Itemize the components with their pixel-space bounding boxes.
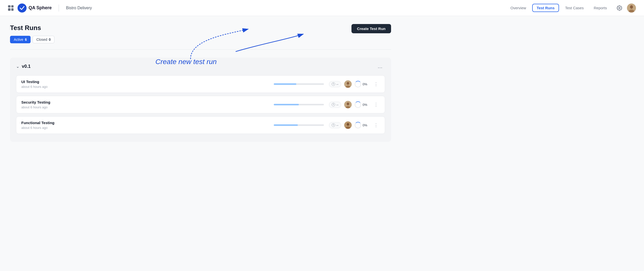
active-tab[interactable]: Active 6: [10, 36, 31, 43]
content-separator: [10, 49, 391, 50]
test-run-card: UI Testing about 6 hours ago --: [16, 75, 385, 93]
section-more-button[interactable]: …: [376, 63, 385, 70]
test-run-name: UI Testing: [21, 80, 269, 84]
progress-bar-track: [274, 83, 324, 85]
progress-bar-fill: [274, 124, 298, 126]
svg-point-15: [347, 123, 349, 126]
filter-tabs: Active 6 Closed 0: [10, 36, 54, 43]
settings-icon[interactable]: [615, 4, 624, 13]
section-title-row: ⌄ v0.1: [16, 64, 31, 69]
grid-menu-icon[interactable]: [8, 5, 14, 11]
test-run-info: UI Testing about 6 hours ago: [21, 80, 269, 89]
test-run-info: Security Testing about 6 hours ago: [21, 100, 269, 109]
completion-pct: 0%: [362, 103, 367, 107]
run-meta: -- 0%: [329, 80, 367, 88]
run-user-avatar: [344, 80, 352, 88]
closed-tab-label: Closed: [36, 38, 47, 42]
page-header-left: Test Runs Active 6 Closed 0: [10, 24, 54, 43]
completion-pct: 0%: [362, 123, 367, 127]
circle-icon: [355, 122, 361, 128]
time-badge: --: [329, 102, 341, 108]
logo[interactable]: QA Sphere: [18, 4, 52, 13]
progress-bar-fill: [274, 104, 299, 105]
section-header: ⌄ v0.1 …: [16, 63, 385, 70]
active-tab-count: 6: [25, 38, 27, 42]
run-meta: -- 0%: [329, 121, 367, 129]
card-more-button[interactable]: ⋮: [372, 101, 380, 108]
test-run-name: Security Testing: [21, 100, 269, 104]
progress-bar-track: [274, 124, 324, 126]
completion-circle: 0%: [355, 81, 367, 87]
time-badge: --: [329, 122, 341, 128]
header-nav: Overview Test Runs Test Cases Reports: [506, 4, 636, 13]
progress-bar-container: [274, 83, 324, 85]
svg-point-0: [18, 4, 27, 13]
clock-icon: [332, 103, 335, 106]
duration-value: --: [336, 103, 339, 107]
test-run-time: about 6 hours ago: [21, 126, 269, 130]
progress-bar-container: [274, 124, 324, 126]
closed-tab[interactable]: Closed 0: [33, 36, 54, 43]
clock-icon: [332, 123, 335, 127]
completion-circle: 0%: [355, 122, 367, 128]
main-content: Test Runs Active 6 Closed 0: [0, 16, 401, 150]
test-run-name: Functional Testing: [21, 121, 269, 125]
page-header: Test Runs Active 6 Closed 0: [10, 24, 391, 43]
run-user-avatar: [344, 101, 352, 108]
nav-test-runs[interactable]: Test Runs: [532, 4, 559, 12]
test-run-card: Security Testing about 6 hours ago --: [16, 96, 385, 113]
run-meta: -- 0%: [329, 101, 367, 108]
run-user-avatar: [344, 121, 352, 129]
logo-icon: [18, 4, 27, 13]
svg-point-1: [619, 7, 620, 9]
card-more-button[interactable]: ⋮: [372, 121, 380, 129]
app-header: QA Sphere Bistro Delivery Overview Test …: [0, 0, 644, 16]
test-run-card: Functional Testing about 6 hours ago --: [16, 116, 385, 134]
closed-tab-count: 0: [49, 38, 51, 42]
app-name: QA Sphere: [29, 5, 52, 11]
test-run-time: about 6 hours ago: [21, 85, 269, 89]
test-run-info: Functional Testing about 6 hours ago: [21, 121, 269, 130]
version-label: v0.1: [22, 64, 31, 69]
card-more-button[interactable]: ⋮: [372, 80, 380, 88]
user-avatar[interactable]: [627, 4, 636, 13]
page-title: Test Runs: [10, 24, 54, 32]
header-divider: [59, 5, 59, 12]
test-run-time: about 6 hours ago: [21, 105, 269, 109]
svg-point-3: [630, 5, 633, 9]
circle-icon: [355, 101, 361, 108]
completion-pct: 0%: [362, 82, 367, 86]
version-section: ⌄ v0.1 … UI Testing about 6 hours ago --: [10, 58, 391, 142]
collapse-icon[interactable]: ⌄: [16, 64, 19, 69]
progress-bar-fill: [274, 83, 296, 85]
nav-reports[interactable]: Reports: [590, 4, 611, 12]
svg-point-9: [347, 82, 349, 85]
duration-value: --: [336, 82, 339, 86]
header-left: QA Sphere Bistro Delivery: [8, 4, 92, 13]
active-tab-label: Active: [14, 38, 23, 42]
svg-point-12: [347, 103, 349, 105]
nav-overview[interactable]: Overview: [506, 4, 530, 12]
circle-icon: [355, 81, 361, 87]
progress-bar-track: [274, 104, 324, 105]
create-test-run-button[interactable]: Create Test Run: [351, 24, 391, 33]
nav-test-cases[interactable]: Test Cases: [561, 4, 588, 12]
time-badge: --: [329, 81, 341, 87]
progress-bar-container: [274, 104, 324, 105]
completion-circle: 0%: [355, 101, 367, 108]
clock-icon: [332, 82, 335, 86]
project-name: Bistro Delivery: [66, 6, 92, 10]
duration-value: --: [336, 123, 339, 127]
